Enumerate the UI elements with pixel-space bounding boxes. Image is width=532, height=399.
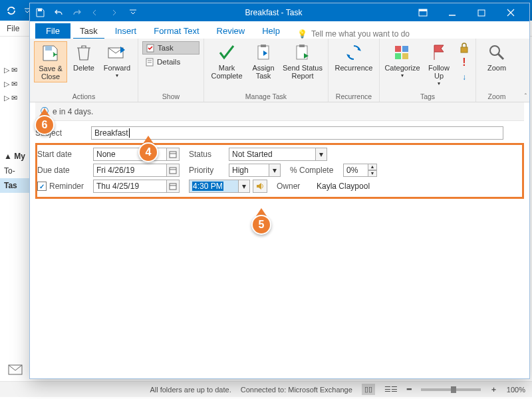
- menubar-file[interactable]: File: [7, 24, 19, 33]
- collapse-ribbon-icon[interactable]: ˆ: [525, 93, 527, 100]
- view-reading-icon[interactable]: ☰☰: [384, 385, 398, 394]
- chevron-down-icon[interactable]: ▾: [238, 180, 250, 193]
- categorize-icon: [392, 43, 412, 63]
- send-receive-icon[interactable]: [3, 3, 20, 18]
- pct-complete-stepper[interactable]: 0% ▲▼: [343, 164, 377, 177]
- folder-item[interactable]: ▷ ✉: [0, 63, 31, 77]
- ribbon-display-icon[interactable]: [408, 3, 438, 21]
- reminder-time-value: 4:30 PM: [189, 180, 238, 193]
- chevron-down-icon[interactable]: ▾: [269, 164, 281, 177]
- start-date-field[interactable]: None: [93, 148, 180, 161]
- show-details-label: Details: [157, 58, 180, 66]
- group-label-manage: Manage Task: [208, 91, 324, 100]
- show-task-button[interactable]: Task: [142, 41, 200, 55]
- zoom-slider[interactable]: [421, 388, 481, 391]
- svg-rect-24: [461, 47, 467, 53]
- stepper-down-icon[interactable]: ▼: [368, 170, 377, 177]
- ribbon-group-show: Task Details Show: [138, 39, 204, 102]
- folder-item[interactable]: ▷ ✉: [0, 77, 31, 91]
- reminder-checkbox[interactable]: ✓: [37, 182, 47, 191]
- delete-button[interactable]: Delete: [70, 41, 98, 73]
- save-icon[interactable]: [34, 7, 46, 19]
- undo-icon[interactable]: [53, 7, 65, 19]
- categorize-button[interactable]: Categorize▾: [384, 41, 421, 80]
- tell-me-placeholder: Tell me what you want to do: [311, 29, 410, 39]
- mail-nav-icon[interactable]: [8, 364, 23, 375]
- priority-value: High: [229, 164, 269, 177]
- calendar-icon[interactable]: [166, 148, 180, 161]
- view-normal-icon[interactable]: ▯▯: [362, 384, 375, 395]
- calendar-icon[interactable]: [166, 180, 180, 193]
- tab-format-text[interactable]: Format Text: [146, 23, 207, 39]
- minimize-button[interactable]: [438, 3, 467, 21]
- chevron-down-icon[interactable]: ▾: [315, 148, 327, 161]
- send-status-button[interactable]: Send Status Report: [281, 41, 324, 81]
- save-and-close-button[interactable]: Save & Close: [34, 41, 67, 82]
- qat-customize-icon[interactable]: [127, 7, 139, 19]
- show-details-button[interactable]: Details: [142, 56, 200, 68]
- follow-up-button[interactable]: Follow Up▾: [424, 41, 454, 88]
- reminder-time-combo[interactable]: 4:30 PM ▾: [189, 180, 250, 193]
- svg-rect-21: [402, 46, 408, 52]
- forward-label: Forward: [104, 64, 130, 72]
- priority-combo[interactable]: High ▾: [229, 164, 281, 177]
- redo-icon[interactable]: [71, 7, 83, 19]
- due-date-value: Fri 4/26/19: [93, 164, 166, 177]
- task-notes-area[interactable]: [35, 201, 524, 354]
- high-importance-button[interactable]: !: [457, 56, 471, 69]
- todo-list-folder[interactable]: To-: [0, 164, 31, 178]
- svg-rect-9: [478, 10, 485, 16]
- assign-task-button[interactable]: Assign Task: [248, 41, 279, 81]
- info-bar-text: e in 4 days.: [53, 107, 93, 116]
- flag-icon: [429, 43, 449, 63]
- info-icon: ⓘ: [41, 106, 49, 117]
- svg-rect-7: [419, 9, 427, 11]
- zoom-out-button[interactable]: ━: [407, 385, 412, 394]
- reminder-date-field[interactable]: Thu 4/25/19: [93, 180, 180, 193]
- svg-line-26: [498, 54, 503, 59]
- maximize-button[interactable]: [467, 3, 496, 21]
- recurrence-button[interactable]: Recurrence: [332, 41, 375, 73]
- pct-complete-value: 0%: [343, 164, 368, 177]
- tell-me-search[interactable]: 💡 Tell me what you want to do: [297, 29, 410, 39]
- reminder-label[interactable]: ✓ Reminder: [37, 182, 93, 191]
- close-button[interactable]: [496, 3, 525, 21]
- status-label: Status: [189, 150, 229, 159]
- status-combo[interactable]: Not Started ▾: [229, 148, 327, 161]
- zoom-in-button[interactable]: ＋: [490, 384, 497, 394]
- ribbon-group-zoom: Zoom Zoom: [476, 39, 517, 102]
- owner-value: Kayla Claypool: [317, 182, 370, 191]
- next-item-icon[interactable]: [108, 7, 120, 19]
- trash-icon: [74, 43, 94, 63]
- tab-insert[interactable]: Insert: [107, 23, 145, 39]
- tasks-folder[interactable]: Tas: [0, 178, 31, 193]
- svg-rect-20: [395, 46, 401, 52]
- pct-complete-label: % Complete: [290, 166, 343, 175]
- calendar-icon[interactable]: [166, 164, 180, 177]
- due-date-field[interactable]: Fri 4/26/19: [93, 164, 180, 177]
- categorize-label: Categorize: [384, 64, 420, 72]
- stepper-up-icon[interactable]: ▲: [368, 164, 377, 170]
- private-button[interactable]: [457, 41, 471, 55]
- mark-complete-button[interactable]: Mark Complete: [208, 41, 245, 81]
- ribbon: Save & Close Delete Forward ▾ Actions: [30, 39, 529, 102]
- subject-input[interactable]: Breakfast: [91, 126, 503, 140]
- tab-review[interactable]: Review: [209, 23, 253, 39]
- save-close-label: Save & Close: [36, 65, 65, 80]
- tasks-section-header[interactable]: ▲ My: [0, 149, 31, 164]
- prev-item-icon[interactable]: [90, 7, 102, 19]
- forward-button[interactable]: Forward ▾: [100, 41, 134, 80]
- low-importance-button[interactable]: ↓: [457, 70, 471, 84]
- clipboard-check-icon: [146, 43, 155, 53]
- folder-item[interactable]: ▷ ✉: [0, 91, 31, 105]
- ribbon-group-tags: Categorize▾ Follow Up▾ ! ↓ Tags: [380, 39, 476, 102]
- tab-task[interactable]: Task: [72, 23, 106, 39]
- zoom-button[interactable]: Zoom: [480, 41, 513, 73]
- ribbon-group-actions: Save & Close Delete Forward ▾ Actions: [30, 39, 138, 102]
- outlook-folder-pane: ▷ ✉ ▷ ✉ ▷ ✉ ▲ My To- Tas: [0, 47, 32, 379]
- tab-help[interactable]: Help: [254, 23, 288, 39]
- details-highlight-box: Start date None Status Not Started ▾ Due…: [35, 143, 524, 199]
- reminder-sound-button[interactable]: [253, 180, 267, 193]
- tab-file[interactable]: File: [35, 23, 70, 39]
- down-arrow-icon: ↓: [462, 72, 466, 82]
